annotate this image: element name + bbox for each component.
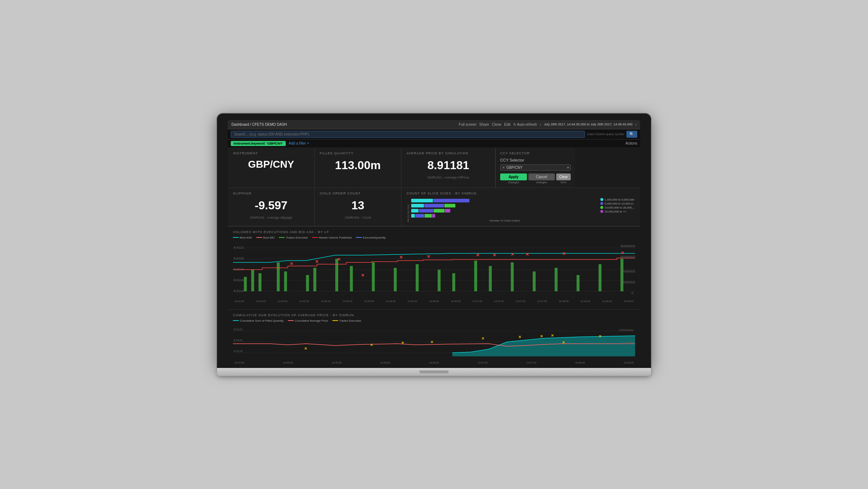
volumes-chart-panel: VOLUMES WITH EXECUTIONS AND BID ASK - BY… (228, 226, 640, 309)
share-link[interactable]: Share (479, 123, 489, 126)
legend-line-executed (356, 237, 362, 238)
bar-teal-2 (411, 204, 424, 207)
legend-bid: Best BID (256, 236, 275, 239)
bar-row-1 (411, 198, 598, 203)
legend-market-label: Market Volume Published (319, 236, 352, 239)
instrument-title: INSTRUMENT (233, 151, 309, 155)
svg-text:✕: ✕ (599, 334, 601, 338)
bar-chart-legend: 1,000,000 to 5,000,000 5,000,000 to 10,0… (600, 198, 635, 213)
top-bar: Dashboard / CFETS DEMO DASH Full screen … (228, 120, 640, 129)
actions-link[interactable]: Actions (625, 141, 637, 145)
fullscreen-link[interactable]: Full screen (459, 123, 476, 126)
search-input[interactable] (231, 131, 585, 138)
clone-link[interactable]: Clone (492, 123, 501, 126)
svg-text:✕: ✕ (493, 253, 496, 258)
legend-item-1: 1,000,000 to 5,000,000 (600, 198, 635, 201)
clear-sub: form (556, 181, 571, 184)
filter-bar: Instrument.keyword: 'GBP/CNY' Add a filt… (228, 140, 640, 148)
ccy-dropdown-icon[interactable]: ▾ (567, 166, 569, 170)
ccy-buttons: Apply changes Cancel changes Clear form (500, 173, 571, 184)
svg-text:100000000: 100000000 (621, 341, 635, 344)
svg-rect-15 (394, 268, 397, 291)
instrument-value: GBP/CNY (233, 159, 309, 170)
svg-rect-17 (438, 270, 441, 291)
bar-chart-y-label: Slices by Size (407, 198, 410, 222)
ccy-remove-icon[interactable]: ✕ (502, 166, 505, 170)
add-filter-button[interactable]: Add a filter + (289, 141, 309, 145)
svg-text:8.9122: 8.9122 (234, 246, 244, 249)
legend-cum-trades: Trades Executed (332, 319, 361, 322)
legend-trades-label: Trades Executed (286, 236, 307, 239)
child-count-title: CHILD ORDER COUNT (320, 192, 396, 195)
laptop-notch (420, 370, 448, 373)
legend-line-cum-avg (288, 320, 294, 321)
svg-text:✕: ✕ (562, 251, 566, 256)
legend-bid-label: Best BID (263, 236, 275, 239)
legend-label-1: 1,000,000 to 5,000,000 (604, 198, 634, 201)
child-count-subtitle: SIMRUN1 - Count (320, 216, 396, 219)
cumulative-time-axis: 14:44:30 14:45:00 14:45:30 14:46:00 14:4… (233, 361, 635, 364)
bottom-panels-row: SLIPPAGE -9.597 SIMRUN1 - Average slippa… (228, 188, 640, 226)
legend-cum-trades-label: Trades Executed (339, 319, 361, 322)
svg-rect-12 (335, 259, 338, 291)
legend-line-trades (279, 237, 285, 238)
volumes-legend: Best ASK Best BID Trades Executed M (233, 236, 635, 239)
ccy-input-row: ✕ GBP/CNY ▾ (500, 164, 571, 171)
laptop-base (217, 368, 651, 376)
bar-green-4 (425, 214, 432, 218)
svg-marker-52 (452, 336, 635, 356)
legend-item-2: 5,000,000 to 10,000,0... (600, 202, 635, 205)
cumulative-legend: Cumulative Sum of Filled Quantity Cumula… (233, 319, 635, 322)
svg-rect-14 (372, 262, 375, 291)
filter-tag[interactable]: Instrument.keyword: 'GBP/CNY' (231, 141, 286, 146)
svg-text:✕: ✕ (399, 255, 403, 260)
svg-rect-9 (284, 271, 287, 291)
legend-label-4: 20,000,000 to += (604, 210, 626, 213)
top-panels-row: INSTRUMENT GBP/CNY FILLED QUANTITY 113.0… (228, 148, 640, 188)
slippage-value: -9.597 (233, 199, 309, 212)
cumulative-chart-container: ✕ ✕ ✕ ✕ ✕ ✕ ✕ ✕ ✕ ✕ 8.9122 8.9 (233, 324, 635, 360)
svg-rect-19 (474, 261, 477, 291)
svg-text:8.9116: 8.9116 (234, 278, 244, 282)
cumulative-chart-panel: CUMULATIVE SUM EVOLUTION OF AVERAGE PRIC… (228, 309, 640, 364)
bar-chart-inner (411, 198, 598, 218)
slippage-subtitle: SIMRUN1 - Average slippage (233, 216, 309, 219)
bar-blue-1 (433, 199, 469, 202)
svg-text:✕: ✕ (315, 259, 319, 264)
cumulative-chart-svg: ✕ ✕ ✕ ✕ ✕ ✕ ✕ ✕ ✕ ✕ 8.9122 8.9 (233, 324, 635, 360)
svg-text:800000000: 800000000 (621, 244, 635, 248)
instrument-panel: INSTRUMENT GBP/CNY (228, 148, 315, 188)
legend-line-bid (256, 237, 262, 238)
svg-text:✕: ✕ (476, 253, 480, 258)
bar-teal-4 (411, 214, 415, 218)
ccy-apply-button[interactable]: Apply (500, 173, 527, 180)
svg-text:8.9122: 8.9122 (234, 328, 243, 331)
volumes-chart-title: VOLUMES WITH EXECUTIONS AND BID ASK - BY… (233, 230, 635, 234)
child-count-panel: CHILD ORDER COUNT 13 SIMRUN1 - Count (315, 188, 401, 226)
legend-item-4: 20,000,000 to += (600, 210, 635, 213)
legend-dot-blue (600, 202, 603, 205)
svg-text:✕: ✕ (361, 273, 365, 278)
nav-prev[interactable]: ‹ (540, 123, 541, 126)
legend-line-ask (233, 237, 239, 238)
svg-rect-6 (251, 270, 254, 291)
volumes-time-axis: 14:44:30 14:44:40 14:45:00 14:45:10 14:4… (233, 300, 635, 303)
legend-cum-filled-label: Cumulative Sum of Filled Quantity (240, 319, 284, 322)
svg-rect-25 (599, 264, 601, 291)
cumulative-chart-title: CUMULATIVE SUM EVOLUTION OF AVERAGE PRIC… (233, 313, 635, 317)
svg-text:600000000: 600000000 (621, 255, 635, 259)
autorefresh-link[interactable]: ↻ Auto-refresh (513, 123, 537, 126)
edit-link[interactable]: Edit (504, 123, 510, 126)
legend-line-cum-trades (332, 320, 338, 321)
svg-rect-7 (259, 273, 261, 291)
svg-text:✕: ✕ (540, 334, 543, 338)
search-button[interactable]: 🔍 (626, 131, 637, 138)
svg-text:✕: ✕ (370, 343, 373, 347)
svg-rect-5 (244, 277, 247, 291)
ccy-clear-button[interactable]: Clear (556, 173, 571, 180)
ccy-cancel-button[interactable]: Cancel (528, 173, 555, 180)
filled-qty-title: FILLED QUANTITY (320, 151, 396, 155)
nav-next[interactable]: › (635, 123, 637, 126)
legend-item-3: 10,000,000 to 20,000,... (600, 206, 635, 209)
slippage-panel: SLIPPAGE -9.597 SIMRUN1 - Average slippa… (228, 188, 315, 226)
